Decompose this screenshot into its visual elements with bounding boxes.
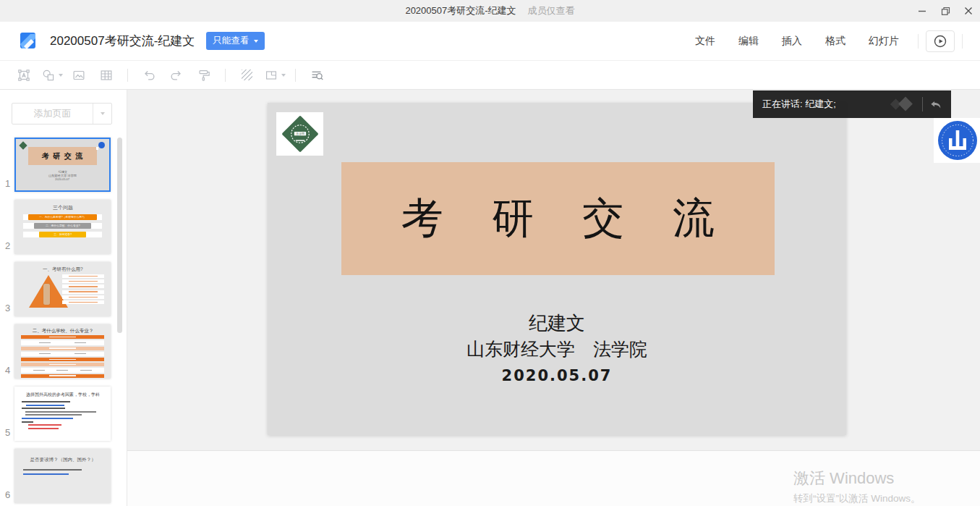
menu-file[interactable]: 文件 bbox=[683, 30, 727, 52]
chevron-down-icon bbox=[59, 74, 63, 77]
thumb-text: 一、考研有什么用? bbox=[43, 266, 83, 270]
shape-icon bbox=[41, 67, 56, 83]
text-box-button[interactable] bbox=[12, 64, 36, 86]
docs-app-logo-icon[interactable] bbox=[19, 31, 38, 51]
add-page-dropdown[interactable] bbox=[93, 104, 111, 124]
divider bbox=[127, 69, 128, 82]
format-painter-icon bbox=[196, 67, 212, 83]
undo-icon bbox=[141, 67, 157, 83]
slide-thumbnail[interactable]: 三个问题一、为什么要考研?（考研有什么用?）二、考什么学校、什么专业?三、如何准… bbox=[14, 200, 111, 254]
thumb-text: 二、考什么学校、什么专业？ bbox=[32, 328, 93, 332]
redo-icon bbox=[169, 67, 184, 83]
chevron-down-icon bbox=[281, 74, 286, 77]
slide-thumbnail-item: 3一、考研有什么用? bbox=[0, 262, 116, 316]
thumb-text: 三个问题 bbox=[53, 205, 73, 209]
law-school-emblem[interactable]: 法学院 bbox=[276, 112, 323, 156]
divider bbox=[918, 34, 919, 49]
slide-thumbnail[interactable]: 二、考什么学校、什么专业？ bbox=[14, 324, 111, 379]
format-painter-button[interactable] bbox=[192, 64, 216, 86]
thumb-text: 是否要读博？（国内、国外？） bbox=[30, 457, 95, 460]
close-icon bbox=[964, 7, 973, 15]
window-titlebar: 20200507考研交流-纪建文 成员仅查看 bbox=[0, 0, 980, 22]
thumb-text: 纪建文 bbox=[58, 170, 67, 172]
author-name: 纪建文 bbox=[268, 311, 846, 336]
windows-activation-watermark: 激活 Windows 转到“设置”以激活 Windows。 bbox=[793, 469, 921, 505]
slide-thumbnail-item: 4二、考什么学校、什么专业？ bbox=[0, 324, 116, 379]
author-affiliation: 山东财经大学 法学院 bbox=[268, 336, 846, 363]
reply-button[interactable] bbox=[929, 98, 951, 111]
slide-thumbnail[interactable]: 一、考研有什么用? bbox=[14, 262, 111, 316]
present-play-icon bbox=[932, 33, 948, 49]
thumb-law-emblem-icon bbox=[19, 141, 27, 149]
slide-title: 考 研 交 流 bbox=[383, 190, 732, 247]
slide-canvas-area: 法学院 考 研 交 流 纪建文 bbox=[127, 90, 980, 506]
menu-slideshow[interactable]: 幻灯片 bbox=[857, 30, 911, 52]
slide-number: 2 bbox=[0, 200, 14, 254]
chevron-down-icon bbox=[254, 40, 258, 43]
thumb-text: 选择国外高校的参考因素，学校，学科 bbox=[25, 392, 99, 396]
menu-edit[interactable]: 编辑 bbox=[727, 30, 770, 52]
add-page-button[interactable]: 添加页面 bbox=[12, 103, 112, 125]
speaking-toast-text: 正在讲话: 纪建文; bbox=[753, 98, 887, 111]
toolbar bbox=[0, 61, 980, 90]
slide-thumbnail[interactable]: 考 研 交 流纪建文山东财经大学 法学院2020.05.07 bbox=[14, 138, 111, 192]
reply-icon bbox=[929, 98, 942, 111]
divider bbox=[295, 69, 296, 82]
sidebar-scrollbar[interactable] bbox=[117, 138, 122, 333]
add-page-label: 添加页面 bbox=[12, 104, 93, 124]
table-button[interactable] bbox=[94, 64, 119, 86]
slide-thumbnail-item: 6是否要读博？（国内、国外？） bbox=[0, 449, 116, 503]
divider bbox=[225, 69, 226, 82]
text-box-icon bbox=[16, 67, 32, 83]
table-icon bbox=[98, 67, 114, 83]
slide-layout-button[interactable] bbox=[262, 64, 286, 86]
slide-layout-icon bbox=[263, 67, 279, 83]
view-permission-badge[interactable]: 只能查看 bbox=[206, 32, 265, 50]
menu-format[interactable]: 格式 bbox=[814, 30, 857, 52]
find-replace-button[interactable] bbox=[304, 64, 329, 86]
slide-number: 3 bbox=[0, 262, 14, 316]
restore-button[interactable] bbox=[934, 0, 957, 22]
redo-button[interactable] bbox=[164, 64, 189, 86]
present-button[interactable] bbox=[926, 30, 955, 52]
speaking-toast: 正在讲话: 纪建文; bbox=[753, 90, 951, 118]
restore-icon bbox=[941, 7, 950, 16]
find-icon bbox=[309, 67, 325, 83]
minimize-button[interactable] bbox=[911, 0, 934, 22]
minimize-icon bbox=[918, 7, 926, 15]
slide[interactable]: 法学院 考 研 交 流 纪建文 bbox=[268, 103, 846, 435]
slide-number: 6 bbox=[0, 449, 14, 503]
law-school-emblem-label: 法学院 bbox=[295, 132, 304, 135]
divider bbox=[922, 97, 923, 111]
fill-pattern-icon bbox=[242, 69, 252, 80]
title-banner: 考 研 交 流 bbox=[341, 162, 775, 275]
author-block: 纪建文 山东财经大学 法学院 2020.05.07 bbox=[268, 311, 846, 389]
fill-pattern-button[interactable] bbox=[234, 64, 259, 86]
slide-thumbnail[interactable]: 是否要读博？（国内、国外？） bbox=[14, 449, 111, 503]
close-button[interactable] bbox=[957, 0, 980, 22]
undo-button[interactable] bbox=[137, 64, 161, 86]
slide-thumbnail-list: 1考 研 交 流纪建文山东财经大学 法学院2020.05.072三个问题一、为什… bbox=[0, 138, 116, 506]
slide-number: 4 bbox=[0, 324, 14, 379]
university-emblem[interactable] bbox=[934, 118, 980, 163]
slide-number: 5 bbox=[0, 387, 14, 441]
thumb-topic-bar: 三、如何准备? bbox=[39, 232, 86, 237]
menu-insert[interactable]: 插入 bbox=[770, 30, 814, 52]
slide-panel-sidebar: 添加页面 1考 研 交 流纪建文山东财经大学 法学院2020.05.072三个问… bbox=[0, 90, 127, 506]
slide-thumbnail[interactable]: 选择国外高校的参考因素，学校，学科 bbox=[14, 387, 111, 441]
shape-button[interactable] bbox=[39, 64, 64, 86]
thumb-topic-bar: 二、考什么学校、什么专业? bbox=[34, 223, 91, 229]
thumb-univ-emblem-icon bbox=[98, 142, 105, 148]
thumb-topic-bar: 一、为什么要考研?（考研有什么用?） bbox=[28, 214, 98, 220]
chevron-down-icon bbox=[101, 112, 105, 115]
watermark-line1: 激活 Windows bbox=[793, 469, 921, 488]
law-school-emblem-icon: 法学院 bbox=[279, 114, 321, 153]
badge-label: 只能查看 bbox=[213, 35, 249, 47]
slide-date: 2020.05.07 bbox=[268, 363, 846, 389]
slide-thumbnail-item: 1考 研 交 流纪建文山东财经大学 法学院2020.05.07 bbox=[0, 138, 116, 192]
thumb-text: 2020.05.07 bbox=[55, 177, 69, 179]
image-button[interactable] bbox=[67, 64, 91, 86]
member-permission-label: 成员仅查看 bbox=[528, 4, 575, 17]
watermark-line2: 转到“设置”以激活 Windows。 bbox=[793, 492, 921, 505]
image-icon bbox=[71, 67, 87, 83]
